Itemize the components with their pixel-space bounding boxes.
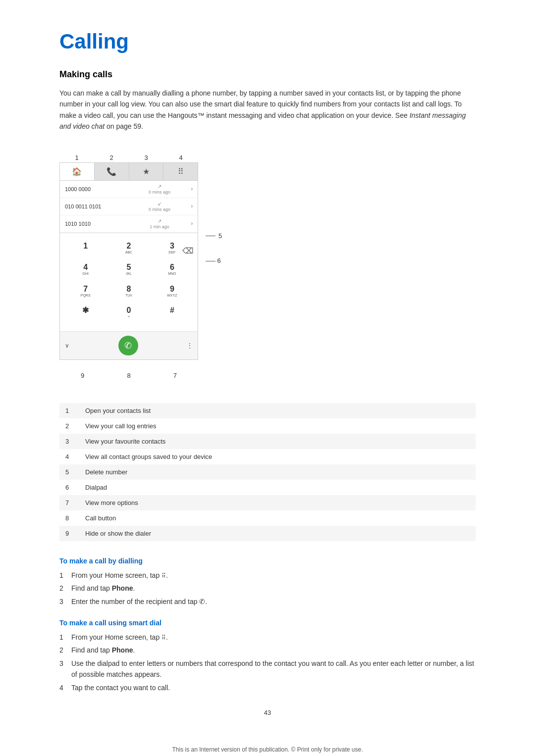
call-button[interactable]: ✆ <box>118 336 138 355</box>
call-log-item-1[interactable]: 1000 0000 ↗0 mins ago › <box>60 181 198 198</box>
smart-dial-step-4: 4 Tap the contact you want to call. <box>59 682 476 693</box>
tab-groups[interactable]: ⠿ <box>163 163 198 180</box>
intro-text-main: You can make a call by manually dialling… <box>59 89 462 119</box>
tab-call-log[interactable]: 📞 <box>95 163 129 180</box>
call-log-list: 1000 0000 ↗0 mins ago › 010 0011 0101 ↙0… <box>60 181 198 233</box>
bottom-label-8: 8 <box>106 372 152 379</box>
annotation-num-8: 8 <box>59 510 79 526</box>
sd-step-content-2: Find and tap Phone. <box>71 645 476 655</box>
annotation-num-2: 2 <box>59 418 79 434</box>
annotation-row-4: 4 View all contact groups saved to your … <box>59 449 476 464</box>
key-hash[interactable]: # <box>152 302 193 322</box>
section-heading: Making calls <box>59 69 476 80</box>
intro-paragraph: You can make a call by manually dialling… <box>59 88 476 132</box>
smart-dial-step-1: 1 From your Home screen, tap ⠿. <box>59 632 476 643</box>
step-num-2: 2 <box>59 583 66 594</box>
page-title: Calling <box>59 30 476 53</box>
key-8[interactable]: 8TUV <box>108 281 149 301</box>
call-log-arrow-2: › <box>191 203 193 209</box>
smart-dial-step-2: 2 Find and tap Phone. <box>59 645 476 655</box>
annotation-num-3: 3 <box>59 434 79 449</box>
call-log-number-1: 1000 0000 <box>65 186 128 192</box>
key-2[interactable]: 2ABC <box>108 238 149 258</box>
page-footer: This is an Internet version of this publ… <box>59 746 476 753</box>
annotation-text-3: View your favourite contacts <box>79 434 476 449</box>
call-log-arrow-1: › <box>191 186 193 192</box>
key-7[interactable]: 7PQRS <box>65 281 106 301</box>
key-6[interactable]: 6MNO <box>152 259 193 279</box>
annotation-num-9: 9 <box>59 526 79 541</box>
sd-step-num-3: 3 <box>59 658 66 680</box>
intro-suffix: on page 59. <box>105 122 143 130</box>
tab-num-3: 3 <box>129 154 163 161</box>
annotation-num-7: 7 <box>59 495 79 510</box>
annotation-row-8: 8 Call button <box>59 510 476 526</box>
dialpad-grid: 1 2ABC 3DEF 4GHI 5JKL 6MNO 7PQRS 8TUV 9W… <box>65 238 193 322</box>
dialpad-area: 1 2ABC 3DEF 4GHI 5JKL 6MNO 7PQRS 8TUV 9W… <box>60 233 198 331</box>
phone-label-1: Phone <box>112 584 133 592</box>
subsection-dialling-heading: To make a call by dialling <box>59 557 476 565</box>
annotation-num-6: 6 <box>59 480 79 495</box>
tab-contacts[interactable]: 🏠 <box>60 163 95 180</box>
phone-bottom-bar: ∨ ✆ ⋮ <box>60 331 198 359</box>
phone-mockup-container: 1 2 3 4 🏠 📞 ★ ⠿ 1000 0000 ↗0 mins ago › … <box>59 144 476 379</box>
key-4[interactable]: 4GHI <box>65 259 106 279</box>
annotation-num-1: 1 <box>59 403 79 418</box>
dialling-steps-list: 1 From your Home screen, tap ⠿. 2 Find a… <box>59 570 476 607</box>
subsection-smart-dial: To make a call using smart dial 1 From y… <box>59 619 476 693</box>
call-log-number-2: 010 0011 0101 <box>65 203 128 209</box>
subsection-smart-dial-heading: To make a call using smart dial <box>59 619 476 627</box>
dialling-step-2: 2 Find and tap Phone. <box>59 583 476 594</box>
phone-tabs-bar: 🏠 📞 ★ ⠿ <box>60 163 198 181</box>
annotation-label-5: 5 <box>206 232 222 240</box>
subsection-dialling: To make a call by dialling 1 From your H… <box>59 557 476 607</box>
tab-favorites[interactable]: ★ <box>129 163 164 180</box>
call-log-item-3[interactable]: 1010 1010 ↗1 min ago › <box>60 215 198 233</box>
step-content-2: Find and tap Phone. <box>71 583 476 594</box>
call-log-arrow-3: › <box>191 221 193 226</box>
call-log-item-2[interactable]: 010 0011 0101 ↙0 mins ago › <box>60 198 198 215</box>
key-1[interactable]: 1 <box>65 238 106 258</box>
key-9[interactable]: 9WXYZ <box>152 281 193 301</box>
dialling-step-3: 3 Enter the number of the recipient and … <box>59 596 476 607</box>
step-num-3: 3 <box>59 596 66 607</box>
key-0[interactable]: 0+ <box>108 302 149 322</box>
key-5[interactable]: 5JKL <box>108 259 149 279</box>
annotation-text-1: Open your contacts list <box>79 403 476 418</box>
step-content-1: From your Home screen, tap ⠿. <box>71 570 476 581</box>
bottom-label-7: 7 <box>152 372 198 379</box>
call-icon-inline: ✆ <box>199 598 205 605</box>
key-star[interactable]: ✱ <box>65 302 106 322</box>
step-num-1: 1 <box>59 570 66 581</box>
annotation-text-9: Hide or show the dialer <box>79 526 476 541</box>
annotation-label-6: 6 <box>206 257 221 264</box>
annotation-row-7: 7 View more options <box>59 495 476 510</box>
annotation-num-5: 5 <box>59 464 79 480</box>
tab-num-4: 4 <box>163 154 198 161</box>
annotation-text-2: View your call log entries <box>79 418 476 434</box>
annotations-table: 1 Open your contacts list 2 View your ca… <box>59 403 476 541</box>
bottom-annotation-labels: 9 8 7 <box>59 372 198 379</box>
annotation-num-4: 4 <box>59 449 79 464</box>
annotation-row-3: 3 View your favourite contacts <box>59 434 476 449</box>
call-log-info-3: ↗1 min ago <box>128 218 191 229</box>
phone-mockup: 🏠 📞 ★ ⠿ 1000 0000 ↗0 mins ago › 010 0011… <box>59 162 198 360</box>
grid-icon-1: ⠿ <box>161 572 166 579</box>
page-number: 43 <box>59 709 476 716</box>
sd-step-content-4: Tap the contact you want to call. <box>71 682 476 693</box>
annotation-row-5: 5 Delete number <box>59 464 476 480</box>
sd-step-num-1: 1 <box>59 632 66 643</box>
step-content-3: Enter the number of the recipient and ta… <box>71 596 476 607</box>
smart-dial-step-3: 3 Use the dialpad to enter letters or nu… <box>59 658 476 680</box>
tab-num-2: 2 <box>94 154 129 161</box>
delete-button[interactable]: ⌫ <box>182 246 194 255</box>
tab-number-labels: 1 2 3 4 <box>59 154 198 161</box>
tab-num-1: 1 <box>59 154 94 161</box>
more-options-button[interactable]: ⋮ <box>187 342 193 349</box>
bottom-label-9: 9 <box>59 372 106 379</box>
call-log-info-2: ↙0 mins ago <box>128 201 191 212</box>
hide-dialer-button[interactable]: ∨ <box>65 342 69 349</box>
sd-step-num-4: 4 <box>59 682 66 693</box>
annotation-text-5: Delete number <box>79 464 476 480</box>
smart-dial-steps-list: 1 From your Home screen, tap ⠿. 2 Find a… <box>59 632 476 693</box>
